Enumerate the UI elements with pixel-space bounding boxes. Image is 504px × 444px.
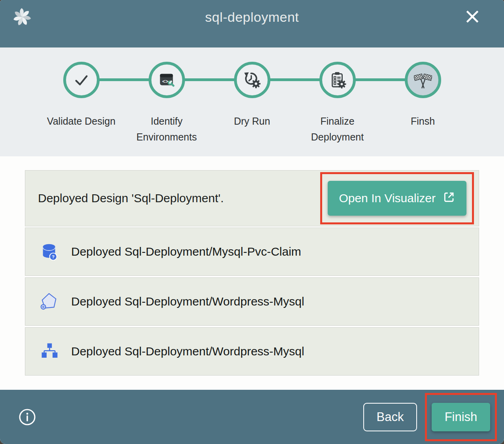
highlight-box-finish: Finish: [425, 393, 497, 441]
step-identify-environments: <> Identify Environments: [124, 62, 210, 145]
step-label: Finalize Deployment: [302, 113, 374, 145]
hierarchy-icon: [40, 342, 59, 361]
database-icon: ?: [40, 242, 59, 262]
open-in-visualizer-label: Open In Visualizer: [339, 192, 436, 205]
list-item: Deployed Sql-Deployment/Wordpress-Mysql: [25, 327, 479, 376]
svg-text:<>: <>: [162, 78, 168, 84]
modal-footer: Back Finish: [0, 390, 504, 444]
close-icon[interactable]: [464, 8, 481, 25]
list-item: ? Deployed Sql-Deployment/Mysql-Pvc-Clai…: [25, 228, 479, 276]
deployed-design-message: Deployed Design 'Sql-Deployment'.: [38, 192, 224, 205]
code-config-icon[interactable]: <>: [149, 62, 185, 98]
finish-button[interactable]: Finish: [432, 403, 490, 431]
step-label: Validate Design: [45, 113, 117, 129]
wizard-stepper: Validate Design <>: [0, 47, 504, 156]
svg-text:?: ?: [52, 254, 55, 259]
deployment-wizard-modal: sql-deployment Validate Design: [0, 0, 504, 444]
list-item-text: Deployed Sql-Deployment/Wordpress-Mysql: [71, 295, 304, 308]
step-dry-run: Dry Run: [210, 62, 295, 145]
dry-run-icon[interactable]: [234, 62, 270, 98]
info-icon[interactable]: [18, 408, 36, 426]
list-item-text: Deployed Sql-Deployment/Wordpress-Mysql: [71, 345, 304, 358]
list-item: Deployed Sql-Deployment/Wordpress-Mysql: [25, 277, 479, 326]
external-link-icon: [443, 191, 455, 206]
deployment-results: Deployed Design 'Sql-Deployment'. Open I…: [0, 156, 504, 390]
pentagon-icon: [40, 292, 59, 311]
highlight-box-visualizer: Open In Visualizer: [320, 172, 474, 224]
back-button[interactable]: Back: [363, 403, 417, 431]
finish-flags-icon[interactable]: [405, 62, 441, 98]
modal-header: sql-deployment: [0, 0, 504, 47]
modal-title: sql-deployment: [0, 9, 504, 25]
meshery-logo-icon: [10, 5, 34, 29]
step-label: Finsh: [387, 113, 459, 129]
deployed-design-row: Deployed Design 'Sql-Deployment'. Open I…: [25, 170, 479, 226]
step-validate-design: Validate Design: [39, 62, 124, 145]
check-icon[interactable]: [63, 62, 100, 98]
footer-actions: Back Finish: [363, 393, 504, 441]
step-label: Dry Run: [216, 113, 288, 129]
step-finish: Finsh: [380, 62, 466, 145]
step-finalize-deployment: Finalize Deployment: [295, 62, 380, 145]
clipboard-gear-icon[interactable]: [319, 62, 356, 98]
open-in-visualizer-button[interactable]: Open In Visualizer: [328, 181, 466, 216]
list-item-text: Deployed Sql-Deployment/Mysql-Pvc-Claim: [71, 245, 301, 258]
step-label: Identify Environments: [131, 113, 203, 145]
